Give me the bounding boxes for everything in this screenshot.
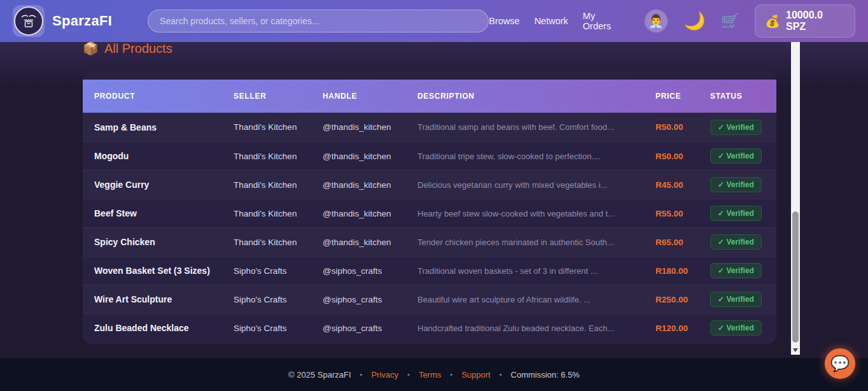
product-name: Samp & Beans: [94, 122, 234, 132]
verified-status-badge: ✓ Verified: [710, 148, 762, 164]
verified-status-badge: ✓ Verified: [710, 177, 762, 192]
app-header: SparzaFI Browse Network My Orders 👨‍💼 🌙 …: [0, 0, 868, 42]
seller-name: Thandi's Kitchen: [234, 180, 323, 190]
table-row[interactable]: Zulu Beaded Necklace Sipho's Crafts @sip…: [83, 313, 776, 342]
seller-handle: @thandis_kitchen: [323, 180, 417, 190]
column-header-seller: SELLER: [234, 92, 323, 101]
seller-handle: @siphos_crafts: [323, 295, 417, 304]
product-description: Traditional samp and beans with beef. Co…: [417, 122, 655, 132]
main-nav: Browse Network My Orders: [489, 11, 625, 31]
product-price: R50.00: [655, 122, 710, 132]
verified-status-badge: ✓ Verified: [710, 120, 762, 135]
balance-amount: 10000.0 SPZ: [786, 10, 845, 32]
separator-dot: •: [450, 371, 452, 378]
product-description: Delicious vegetarian curry with mixed ve…: [417, 180, 655, 190]
column-header-status: STATUS: [710, 92, 776, 101]
table-row[interactable]: Wire Art Sculpture Sipho's Crafts @sipho…: [83, 285, 776, 313]
seller-handle: @thandis_kitchen: [323, 122, 417, 132]
verified-status-badge: ✓ Verified: [710, 292, 762, 307]
app-footer: © 2025 SparzaFI • Privacy • Terms • Supp…: [0, 358, 868, 391]
product-description: Tender chicken pieces marinated in authe…: [417, 238, 655, 247]
wallet-balance-badge[interactable]: 💰 10000.0 SPZ: [755, 4, 855, 38]
column-header-product: PRODUCT: [94, 92, 234, 101]
separator-dot: •: [360, 371, 363, 378]
seller-name: Sipho's Crafts: [234, 323, 323, 333]
product-price: R45.00: [655, 180, 710, 190]
column-header-handle: HANDLE: [323, 92, 417, 101]
product-name: Veggie Curry: [94, 180, 234, 190]
product-price: R120.00: [655, 323, 710, 333]
seller-handle: @thandis_kitchen: [323, 238, 417, 247]
table-body: Samp & Beans Thandi's Kitchen @thandis_k…: [83, 113, 776, 342]
app-title: SparzaFI: [52, 13, 112, 29]
scrollbar-down-arrow-icon[interactable]: [793, 348, 798, 352]
products-table-card: PRODUCT SELLER HANDLE DESCRIPTION PRICE …: [83, 71, 776, 344]
seller-handle: @siphos_crafts: [323, 266, 417, 276]
theme-toggle-button[interactable]: 🌙: [684, 13, 706, 30]
page-title: 📦 All Products: [83, 41, 776, 56]
table-row[interactable]: Mogodu Thandi's Kitchen @thandis_kitchen…: [83, 141, 776, 170]
verified-status-badge: ✓ Verified: [710, 263, 762, 278]
seller-handle: @thandis_kitchen: [323, 152, 417, 161]
seller-name: Thandi's Kitchen: [234, 238, 323, 247]
column-header-price: PRICE: [655, 92, 710, 101]
footer-link-support[interactable]: Support: [461, 370, 491, 380]
seller-name: Thandi's Kitchen: [234, 209, 323, 218]
nav-link-browse[interactable]: Browse: [489, 16, 519, 26]
table-row[interactable]: Woven Basket Set (3 Sizes) Sipho's Craft…: [83, 256, 776, 285]
table-header-row: PRODUCT SELLER HANDLE DESCRIPTION PRICE …: [83, 80, 776, 113]
product-name: Beef Stew: [94, 208, 234, 218]
product-price: R50.00: [655, 152, 710, 161]
verified-status-badge: ✓ Verified: [710, 234, 762, 250]
product-name: Wire Art Sculpture: [94, 294, 234, 304]
marketplace-emblem-icon: [14, 6, 43, 36]
footer-link-terms[interactable]: Terms: [419, 370, 441, 380]
product-name: Spicy Chicken: [94, 237, 234, 247]
brand-logo[interactable]: [13, 5, 45, 37]
product-price: R55.00: [655, 209, 710, 218]
cart-button[interactable]: 🛒: [720, 13, 739, 29]
package-icon: 📦: [83, 41, 99, 56]
money-bag-icon: 💰: [765, 15, 780, 27]
table-row[interactable]: Beef Stew Thandi's Kitchen @thandis_kitc…: [83, 199, 776, 227]
product-description: Traditional tripe stew, slow-cooked to p…: [417, 152, 655, 161]
table-row[interactable]: Samp & Beans Thandi's Kitchen @thandis_k…: [83, 113, 776, 141]
seller-handle: @siphos_crafts: [323, 323, 417, 333]
search-input[interactable]: [148, 10, 489, 32]
product-name: Woven Basket Set (3 Sizes): [94, 266, 234, 276]
nav-link-network[interactable]: Network: [535, 16, 568, 26]
separator-dot: •: [407, 371, 410, 378]
seller-name: Thandi's Kitchen: [234, 152, 323, 161]
page-title-text: All Products: [104, 41, 172, 56]
copyright-text: © 2025 SparzaFI: [288, 370, 351, 380]
cart-icon: 🛒: [720, 12, 739, 29]
separator-dot: •: [500, 371, 502, 378]
seller-name: Thandi's Kitchen: [234, 122, 323, 132]
product-description: Hearty beef stew slow-cooked with vegeta…: [417, 209, 655, 218]
person-icon: 👨‍💼: [648, 13, 664, 29]
verified-status-badge: ✓ Verified: [710, 206, 762, 221]
verified-status-badge: ✓ Verified: [710, 320, 762, 336]
moon-icon: 🌙: [684, 11, 706, 31]
product-price: R65.00: [655, 238, 710, 247]
vertical-scrollbar-track[interactable]: [791, 42, 800, 355]
footer-link-privacy[interactable]: Privacy: [371, 370, 398, 380]
product-name: Zulu Beaded Necklace: [94, 323, 234, 333]
product-description: Beautiful wire art sculpture of African …: [417, 295, 655, 304]
main-content: 📦 All Products PRODUCT SELLER HANDLE DES…: [83, 41, 776, 344]
seller-name: Sipho's Crafts: [234, 295, 323, 304]
speech-bubble-icon: 💬: [830, 355, 850, 373]
table-row[interactable]: Spicy Chicken Thandi's Kitchen @thandis_…: [83, 227, 776, 256]
table-row[interactable]: Veggie Curry Thandi's Kitchen @thandis_k…: [83, 170, 776, 199]
product-description: Handcrafted traditional Zulu beaded neck…: [417, 323, 655, 333]
nav-link-my-orders[interactable]: My Orders: [583, 11, 626, 31]
product-price: R180.00: [655, 266, 710, 276]
product-name: Mogodu: [94, 151, 234, 161]
seller-name: Sipho's Crafts: [234, 266, 323, 276]
product-price: R250.00: [655, 295, 710, 304]
vertical-scrollbar-thumb[interactable]: [792, 211, 799, 343]
product-description: Traditional woven baskets - set of 3 in …: [417, 266, 655, 276]
user-avatar[interactable]: 👨‍💼: [645, 10, 668, 32]
column-header-description: DESCRIPTION: [417, 92, 655, 101]
chat-fab-button[interactable]: 💬: [825, 348, 855, 379]
